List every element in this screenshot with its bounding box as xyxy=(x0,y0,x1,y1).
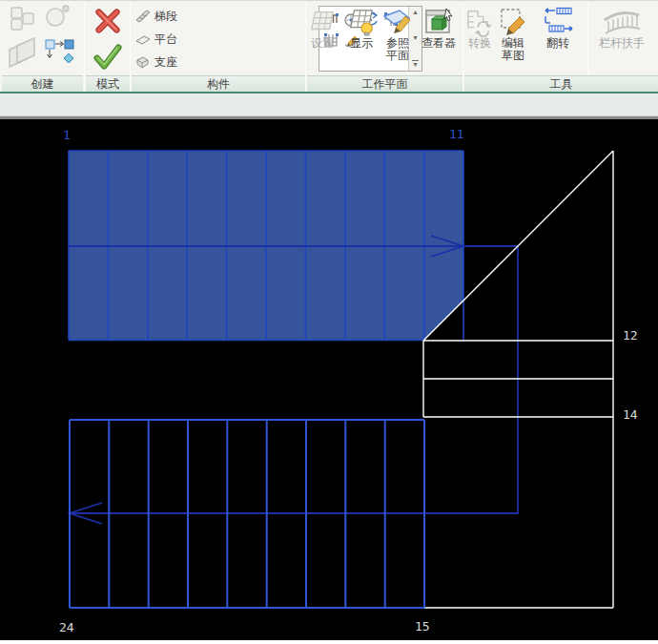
viewer-icon xyxy=(423,7,454,37)
landing-tool-button[interactable]: 平台 xyxy=(134,31,177,48)
viewer-label: 查看器 xyxy=(422,37,456,50)
panel-label-tools: 工具 xyxy=(464,75,658,92)
create-part-icon xyxy=(11,8,33,30)
edit-sketch-icon xyxy=(498,7,528,37)
railing-icon xyxy=(602,7,642,37)
riser-label-15: 15 xyxy=(415,619,430,634)
show-workplane-button[interactable]: 显示 xyxy=(345,7,378,50)
viewer-button[interactable]: 查看器 xyxy=(416,7,462,50)
reference-plane-icon xyxy=(382,7,413,37)
create-void-icon xyxy=(47,6,69,26)
create-panels-icon xyxy=(10,38,34,67)
flip-icon xyxy=(542,7,574,37)
cancel-sketch-button[interactable] xyxy=(93,7,122,35)
stair-run-icon xyxy=(134,9,151,25)
button-divider xyxy=(587,3,588,73)
show-workplane-label: 显示 xyxy=(350,37,373,50)
reference-plane-label-2: 平面 xyxy=(386,50,409,62)
create-transfer-icon xyxy=(46,40,73,63)
riser-label-11: 11 xyxy=(449,127,464,141)
edit-sketch-button[interactable]: 编辑 草图 xyxy=(494,7,532,62)
panel-divider xyxy=(130,3,131,91)
create-disabled-icons xyxy=(6,4,80,73)
support-icon xyxy=(134,54,151,71)
options-bar xyxy=(0,93,658,116)
riser-label-12: 12 xyxy=(623,328,638,343)
panel-label-workplane: 工作平面 xyxy=(307,75,463,92)
convert-button: 转换 xyxy=(464,7,495,50)
red-x-icon xyxy=(99,12,117,31)
drawing-area[interactable]: 1 11 12 14 24 15 xyxy=(0,119,658,640)
panel-label-component: 构件 xyxy=(132,75,305,92)
bottom-margin xyxy=(0,640,658,644)
railing-label: 栏杆扶手 xyxy=(599,37,645,50)
ribbon: 创建 模式 xyxy=(0,0,658,93)
show-workplane-icon xyxy=(347,7,376,37)
riser-label-14: 14 xyxy=(623,407,638,422)
reference-plane-button[interactable]: 参照 平面 xyxy=(380,7,416,62)
landing-tool-label: 平台 xyxy=(154,31,177,48)
flip-button[interactable]: 翻转 xyxy=(537,7,579,50)
set-workplane-icon xyxy=(308,7,337,37)
railing-button: 栏杆扶手 xyxy=(591,7,652,50)
support-tool-button[interactable]: 支座 xyxy=(134,54,177,71)
panel-create: 创建 xyxy=(2,1,83,93)
panel-label-create: 创建 xyxy=(2,75,83,92)
panel-divider xyxy=(305,3,306,91)
set-workplane-label: 设置 xyxy=(311,37,334,50)
support-tool-label: 支座 xyxy=(154,54,177,71)
riser-label-24: 24 xyxy=(59,620,74,634)
panel-divider xyxy=(463,3,463,91)
revit-stair-sketch-window: 创建 模式 xyxy=(0,0,658,644)
convert-label: 转换 xyxy=(468,37,491,50)
set-workplane-button: 设置 xyxy=(307,7,338,50)
edit-sketch-label-2: 草图 xyxy=(502,50,524,62)
panel-mode: 模式 xyxy=(86,1,130,93)
convert-icon xyxy=(465,7,494,37)
canvas-frame: 1 11 12 14 24 15 xyxy=(0,116,658,640)
run-tool-label: 梯段 xyxy=(154,9,177,25)
panel-workplane: 设置 显示 参照 平面 xyxy=(307,1,463,93)
panel-tools: 转换 编辑 草图 xyxy=(464,1,658,93)
panel-component: 梯段 平台 支座 xyxy=(132,1,305,93)
riser-label-1: 1 xyxy=(63,128,71,142)
run-tool-button[interactable]: 梯段 xyxy=(134,9,177,25)
green-check-icon xyxy=(97,48,119,67)
flip-label: 翻转 xyxy=(546,37,569,50)
panel-divider xyxy=(84,3,85,91)
landing-icon xyxy=(134,31,151,48)
finish-sketch-button[interactable] xyxy=(93,43,122,72)
stair-sketch: 1 11 12 14 24 15 xyxy=(0,119,658,640)
panel-label-mode: 模式 xyxy=(86,75,130,92)
